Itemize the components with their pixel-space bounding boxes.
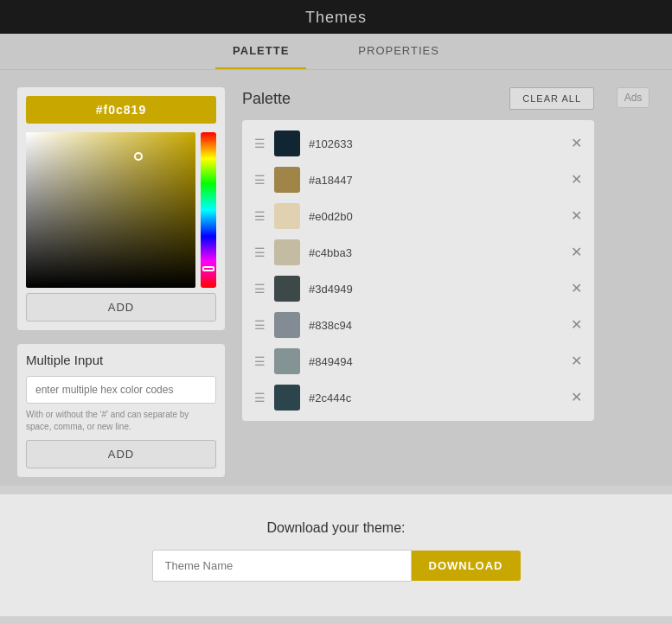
right-panel: Palette CLEAR ALL ☰ #102633 ✕ ☰ #a18447 … (242, 87, 594, 477)
ads-sidebar: Ads (611, 87, 655, 477)
remove-color-button[interactable]: ✕ (571, 137, 582, 150)
palette-item: ☰ #a18447 ✕ (249, 163, 587, 196)
hue-bar[interactable] (201, 132, 216, 288)
theme-name-input[interactable] (152, 550, 412, 582)
drag-handle-icon[interactable]: ☰ (254, 209, 266, 223)
hex-display: #f0c819 (26, 96, 216, 124)
palette-item: ☰ #e0d2b0 ✕ (249, 200, 587, 232)
download-button[interactable]: DOWNLOAD (412, 551, 521, 581)
drag-handle-icon[interactable]: ☰ (254, 354, 266, 368)
palette-title: Palette (242, 90, 291, 108)
multiple-input-section: Multiple Input With or without the '#' a… (17, 344, 225, 477)
palette-item: ☰ #2c444c ✕ (249, 381, 587, 414)
palette-item: ☰ #102633 ✕ (249, 127, 587, 160)
drag-handle-icon[interactable]: ☰ (254, 173, 266, 187)
color-swatch (274, 167, 300, 193)
drag-handle-icon[interactable]: ☰ (254, 391, 266, 404)
palette-list: ☰ #102633 ✕ ☰ #a18447 ✕ ☰ #e0d2b0 ✕ ☰ #c… (242, 120, 594, 421)
multiple-input-title: Multiple Input (26, 353, 216, 367)
tab-bar: PALETTE PROPERTIES (0, 34, 672, 70)
color-swatch (274, 239, 300, 265)
color-swatch (274, 385, 300, 411)
download-row: DOWNLOAD (17, 550, 655, 582)
palette-item: ☰ #3d4949 ✕ (249, 272, 587, 305)
color-hex-label: #3d4949 (309, 283, 562, 296)
color-hex-label: #a18447 (309, 174, 562, 187)
multiple-input-field[interactable] (26, 376, 216, 404)
download-title: Download your theme: (17, 520, 655, 536)
palette-header: Palette CLEAR ALL (242, 87, 594, 110)
color-swatch (274, 203, 300, 229)
remove-color-button[interactable]: ✕ (571, 391, 582, 404)
color-hex-label: #e0d2b0 (309, 210, 562, 223)
app-title: Themes (305, 9, 367, 26)
app-header: Themes (0, 0, 672, 34)
color-hex-label: #c4bba3 (309, 246, 562, 259)
main-content: #f0c819 ADD Multiple Input With or witho… (0, 70, 672, 486)
color-hex-label: #2c444c (309, 392, 562, 404)
remove-color-button[interactable]: ✕ (571, 318, 582, 332)
palette-item: ☰ #849494 ✕ (249, 345, 587, 378)
color-hex-label: #838c94 (309, 319, 562, 332)
remove-color-button[interactable]: ✕ (571, 245, 582, 259)
color-swatch (274, 276, 300, 302)
left-panel: #f0c819 ADD Multiple Input With or witho… (17, 87, 225, 477)
remove-color-button[interactable]: ✕ (571, 282, 582, 296)
drag-handle-icon[interactable]: ☰ (254, 282, 266, 296)
tab-palette[interactable]: PALETTE (215, 34, 306, 69)
color-swatch (274, 348, 300, 374)
hue-cursor (202, 266, 214, 271)
color-hex-label: #849494 (309, 355, 562, 368)
picker-area[interactable] (26, 132, 216, 288)
palette-item: ☰ #838c94 ✕ (249, 309, 587, 341)
color-swatch (274, 312, 300, 338)
gradient-square[interactable] (26, 132, 195, 288)
drag-handle-icon[interactable]: ☰ (254, 137, 266, 150)
add-color-button[interactable]: ADD (26, 293, 216, 322)
drag-handle-icon[interactable]: ☰ (254, 318, 266, 332)
drag-handle-icon[interactable]: ☰ (254, 245, 266, 259)
multiple-input-hint: With or without the '#' and can separate… (26, 409, 216, 433)
multiple-add-button[interactable]: ADD (26, 440, 216, 468)
remove-color-button[interactable]: ✕ (571, 173, 582, 187)
palette-item: ☰ #c4bba3 ✕ (249, 236, 587, 269)
color-hex-label: #102633 (309, 137, 562, 150)
tab-properties[interactable]: PROPERTIES (341, 34, 457, 69)
color-swatch (274, 131, 300, 156)
clear-all-button[interactable]: CLEAR ALL (509, 87, 594, 110)
color-picker-box: #f0c819 ADD (17, 87, 225, 330)
download-section: Download your theme: DOWNLOAD (0, 494, 672, 616)
ads-label: Ads (617, 87, 650, 108)
picker-cursor (134, 152, 143, 161)
remove-color-button[interactable]: ✕ (571, 354, 582, 368)
remove-color-button[interactable]: ✕ (571, 209, 582, 223)
